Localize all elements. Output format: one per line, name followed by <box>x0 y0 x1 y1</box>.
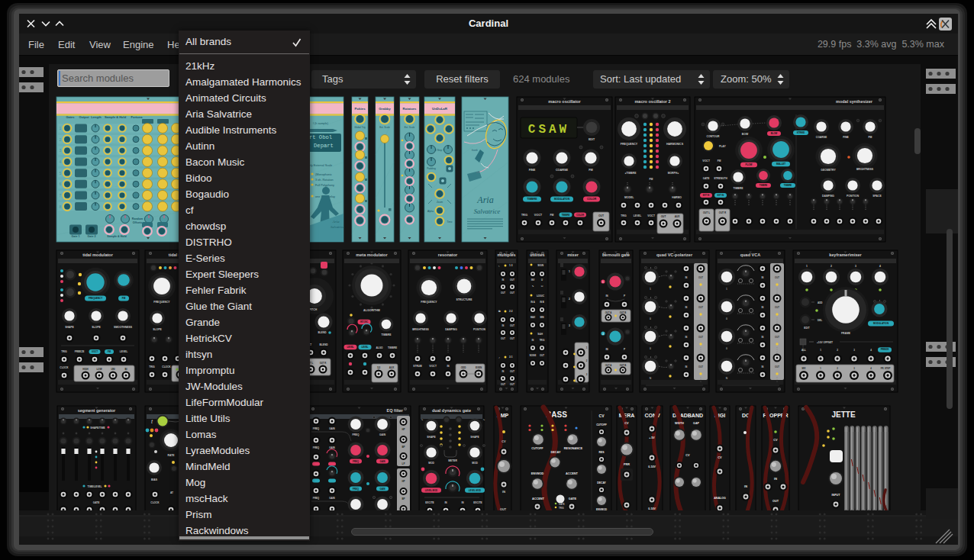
svg-text:RES: RES <box>599 451 605 454</box>
svg-text:TIMBRE: TIMBRE <box>382 333 392 336</box>
svg-text:LP: LP <box>402 462 405 465</box>
svg-text:MORPH●: MORPH● <box>668 172 679 175</box>
svg-text:OUT: OUT <box>775 276 779 279</box>
svg-text:OUT L: OUT L <box>703 211 710 214</box>
svg-text:GAIN: GAIN <box>329 446 335 449</box>
svg-text:HP: HP <box>402 480 405 483</box>
svg-text:AUX: AUX <box>389 366 394 369</box>
svg-text:1|2: 1|2 <box>377 366 381 369</box>
svg-text:SHAPE: SHAPE <box>427 436 436 439</box>
svg-text:TRIG: TRIG <box>621 214 627 217</box>
svg-text:INV: INV <box>531 278 535 282</box>
svg-text:JETTE: JETTE <box>831 410 855 419</box>
svg-text:(Monophonic: (Monophonic <box>315 173 332 176</box>
svg-text:OUT B: OUT B <box>620 311 627 314</box>
svg-text:Zoom: Zoom <box>437 201 443 204</box>
svg-text:1: 1 <box>806 265 808 268</box>
svg-text:LOGIC: LOGIC <box>537 294 545 298</box>
svg-text:Depart: Depart <box>314 143 334 149</box>
svg-text:BLOW: BLOW <box>771 132 778 135</box>
svg-text:IN: IN <box>744 485 747 488</box>
svg-text:MAX: MAX <box>531 316 535 319</box>
svg-text:CV: CV <box>685 454 690 457</box>
svg-text:OUT: OUT <box>698 365 703 369</box>
svg-text:Sample & Hold: Sample & Hold <box>105 115 127 119</box>
svg-text:AUX: AUX <box>675 215 681 218</box>
svg-text:LEVEL: LEVEL <box>361 346 368 349</box>
svg-text:OUT: OUT <box>772 500 779 503</box>
svg-text:IN: IN <box>685 336 688 339</box>
svg-text:Fortuna: Fortuna <box>131 115 144 119</box>
svg-text:HIGH: HIGH <box>82 368 89 371</box>
svg-text:FR. STEP: FR. STEP <box>881 367 891 370</box>
svg-text:rt Obol: rt Obol <box>309 134 332 140</box>
svg-text:IN: IN <box>762 365 764 369</box>
svg-text:GAIN: GAIN <box>380 460 385 463</box>
svg-text:CONTOUR: CONTOUR <box>706 135 720 138</box>
svg-text:Time: Time <box>447 220 453 224</box>
svg-text:V/OCT: V/OCT <box>92 350 98 353</box>
svg-text:TIMBRE: TIMBRE <box>388 346 397 349</box>
svg-text:IN: IN <box>532 339 534 342</box>
svg-text:Grabby: Grabby <box>379 107 391 111</box>
svg-text:U: U <box>541 278 543 282</box>
svg-text:OUT A: OUT A <box>605 311 612 314</box>
svg-text:INPUT: INPUT <box>832 494 841 497</box>
svg-text:FLOW: FLOW <box>746 163 753 166</box>
svg-text:1: 1 <box>60 126 62 130</box>
svg-text:BI: BI <box>125 368 127 371</box>
svg-text:POSITION: POSITION <box>473 328 485 331</box>
svg-text:MIN: MIN <box>540 316 543 319</box>
svg-text:MOD: MOD <box>472 462 478 465</box>
svg-text:Gates: Gates <box>66 115 75 119</box>
svg-text:HP: HP <box>402 428 405 431</box>
svg-text:EXT IN: EXT IN <box>703 194 709 197</box>
svg-text:OUT B: OUT B <box>620 364 627 367</box>
svg-text:STRENGTH: STRENGTH <box>714 177 727 180</box>
svg-text:GAIN: GAIN <box>379 433 386 436</box>
svg-text:GAIN: GAIN <box>329 427 335 430</box>
svg-text:BRIGHTNESS: BRIGHTNESS <box>856 168 874 171</box>
svg-text:EVEN: EVEN <box>476 366 482 369</box>
svg-text:Aria: Aria <box>476 195 493 205</box>
svg-text:TIME/LEVEL: TIME/LEVEL <box>88 485 102 488</box>
svg-text:FM: FM <box>122 297 126 300</box>
svg-text:COLOR: COLOR <box>587 198 597 201</box>
svg-text:mixer: mixer <box>567 253 579 257</box>
svg-text:ADD: ADD <box>818 301 823 304</box>
svg-text:OUT: OUT <box>510 370 514 373</box>
svg-text:8: 8 <box>60 204 62 209</box>
svg-text:ALGO: ALGO <box>376 346 383 349</box>
svg-text:0: 0 <box>726 317 727 320</box>
svg-text:FM: FM <box>869 136 872 139</box>
svg-text:Padding: Padding <box>427 167 436 170</box>
svg-text:Pokies: Pokies <box>354 107 366 111</box>
svg-text:BOW: BOW <box>742 133 749 136</box>
svg-text:CV: CV <box>718 456 722 459</box>
svg-text:Offsets: Offsets <box>133 221 142 224</box>
svg-text:TIMBRE: TIMBRE <box>562 214 570 217</box>
svg-text:honk: honk <box>472 149 478 152</box>
svg-text:OUT: OUT <box>540 354 544 357</box>
svg-text:IN: IN <box>685 276 688 279</box>
svg-text:CLOCK: CLOCK <box>162 365 171 369</box>
svg-text:OUT: OUT <box>661 215 666 218</box>
svg-text:7: 7 <box>60 193 62 198</box>
svg-text:ACCENT: ACCENT <box>532 497 545 500</box>
svg-text:RATE: RATE <box>168 454 176 457</box>
svg-text:Length: Length <box>91 115 102 119</box>
svg-text:0-10V: 0-10V <box>648 507 656 510</box>
svg-text:IN A: IN A <box>531 301 535 304</box>
svg-text:SIGN: SIGN <box>537 264 543 267</box>
svg-text:EDIT: EDIT <box>804 327 809 330</box>
svg-text:MIX: MIX <box>802 367 806 370</box>
svg-text:OUT R: OUT R <box>320 362 327 365</box>
svg-text:1: 1 <box>726 288 727 291</box>
svg-text:1:3: 1:3 <box>509 264 513 267</box>
svg-text:OUT: OUT <box>775 336 779 339</box>
svg-text:V/OCT: V/OCT <box>429 365 437 368</box>
svg-text:OUT: OUT <box>501 291 505 294</box>
svg-text:ANALOG: ANALOG <box>714 497 726 500</box>
svg-text:RESONANCE: RESONANCE <box>564 447 583 450</box>
svg-text:CLOCK: CLOCK <box>150 501 160 504</box>
